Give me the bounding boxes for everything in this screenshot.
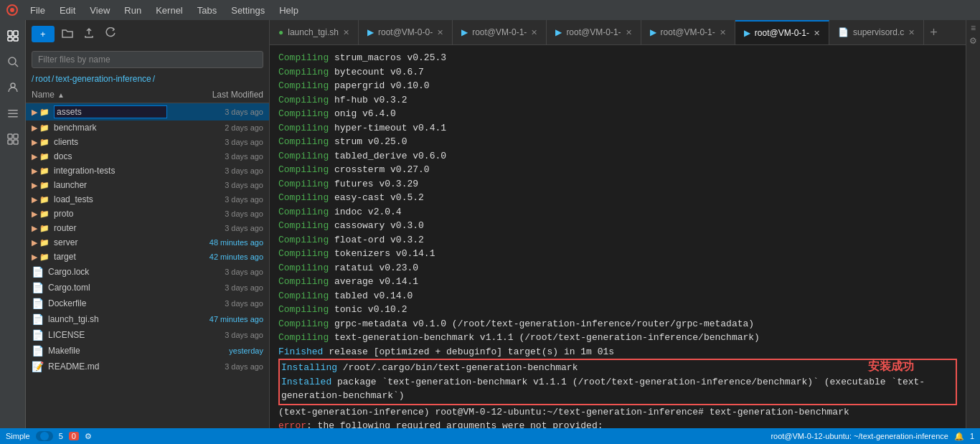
status-toggle[interactable] <box>36 431 53 441</box>
folder-icon: ▶ 📁 <box>32 252 50 262</box>
toggle-inner <box>40 432 49 440</box>
tab-close-1[interactable]: ✕ <box>437 28 443 37</box>
bell-icon[interactable]: 🔔 <box>954 432 964 441</box>
tab-launch-tgi[interactable]: ● launch_tgi.sh ✕ <box>270 20 359 45</box>
file-name-label: launch_tgi.sh <box>48 314 177 324</box>
svg-rect-14 <box>8 140 12 144</box>
list-item[interactable]: ▶ 📁docs3 days ago <box>26 149 269 164</box>
tab-close-5[interactable]: ✕ <box>814 29 820 38</box>
svg-rect-15 <box>14 140 18 144</box>
list-item[interactable]: 📄Cargo.toml3 days ago <box>26 280 269 296</box>
list-item[interactable]: ▶ 📁3 days ago <box>26 103 269 121</box>
search-input[interactable] <box>32 51 263 68</box>
settings-gear[interactable]: ⚙ <box>85 432 92 441</box>
list-item[interactable]: ▶ 📁benchmark2 days ago <box>26 121 269 135</box>
file-name-input[interactable] <box>54 105 167 118</box>
list-item[interactable]: 📄launch_tgi.sh47 minutes ago <box>26 311 269 327</box>
file-modified-label: 48 minutes ago <box>177 238 263 247</box>
activity-menu[interactable] <box>3 103 23 123</box>
list-item[interactable]: ▶ 📁clients3 days ago <box>26 135 269 149</box>
tab-close-4[interactable]: ✕ <box>720 28 726 37</box>
file-name-label: load_tests <box>54 194 177 204</box>
folder-icon: ▶ 📁 <box>32 166 50 176</box>
right-icon-2[interactable]: ⚙ <box>969 36 977 46</box>
right-icon-1[interactable]: ≡ <box>971 23 976 33</box>
menu-edit[interactable]: Edit <box>54 4 81 17</box>
list-item[interactable]: ▶ 📁server48 minutes ago <box>26 235 269 250</box>
menu-settings[interactable]: Settings <box>225 4 270 17</box>
status-right: root@VM-0-12-ubuntu: ~/text-generation-i… <box>771 432 974 441</box>
new-button[interactable]: + + <box>32 26 55 42</box>
folder-icon: ▶ 📁 <box>32 238 50 247</box>
list-item[interactable]: ▶ 📁integration-tests3 days ago <box>26 164 269 178</box>
folder-icon: ▶ 📁 <box>32 138 50 147</box>
svg-point-8 <box>11 83 15 88</box>
menu-help[interactable]: Help <box>273 4 304 17</box>
menu-file[interactable]: File <box>24 4 51 17</box>
tab-add-button[interactable]: + <box>924 20 943 45</box>
list-item[interactable]: 📝README.md3 days ago <box>26 359 269 374</box>
file-toolbar: + + <box>26 20 269 48</box>
file-name-label: Makefile <box>48 346 177 356</box>
breadcrumb-path[interactable]: text-generation-inference <box>55 74 151 84</box>
plus-icon: + <box>40 29 46 39</box>
tab-root-2[interactable]: ▶ root@VM-0-1- ✕ <box>547 20 641 45</box>
menu-view[interactable]: View <box>84 4 116 17</box>
folder-button[interactable] <box>59 24 76 44</box>
file-modified-label: 3 days ago <box>177 152 263 161</box>
tab-root-3[interactable]: ▶ root@VM-0-1- ✕ <box>641 20 735 45</box>
list-item[interactable]: ▶ 📁router3 days ago <box>26 221 269 235</box>
file-modified-label: 3 days ago <box>177 268 263 276</box>
folder-icon: ▶ 📁 <box>32 181 50 190</box>
tab-close-2[interactable]: ✕ <box>531 28 537 37</box>
file-modified-label: 3 days ago <box>177 299 263 308</box>
file-modified-label: 3 days ago <box>177 224 263 232</box>
list-item[interactable]: ▶ 📁launcher3 days ago <box>26 178 269 192</box>
list-item[interactable]: 📄Dockerfile3 days ago <box>26 296 269 311</box>
col-name-header[interactable]: Name ▲ <box>32 90 177 100</box>
svg-point-1 <box>10 8 14 12</box>
tab-root-4-active[interactable]: ▶ root@VM-0-1- ✕ <box>735 20 829 45</box>
upload-button[interactable] <box>80 24 98 44</box>
status-left: Simple 5 0 ⚙ <box>6 431 92 441</box>
file-modified-label: 3 days ago <box>177 362 263 371</box>
list-item[interactable]: ▶ 📁proto3 days ago <box>26 207 269 221</box>
list-item[interactable]: ▶ 📁target42 minutes ago <box>26 250 269 264</box>
file-name-label: Cargo.toml <box>48 283 177 293</box>
breadcrumb-root[interactable]: root <box>35 74 50 84</box>
file-modified-label: 3 days ago <box>177 195 263 204</box>
tab-supervisord[interactable]: 📄 supervisord.c ✕ <box>829 20 924 45</box>
activity-extensions[interactable] <box>3 129 23 149</box>
file-modified-label: yesterday <box>177 346 263 355</box>
file-list: ▶ 📁3 days ago▶ 📁benchmark2 days ago▶ 📁cl… <box>26 103 269 428</box>
file-name-label: proto <box>54 209 177 219</box>
menu-tabs[interactable]: Tabs <box>192 4 222 17</box>
terminal-content[interactable]: Compiling strum_macros v0.25.3 Compiling… <box>270 45 966 428</box>
list-item[interactable]: ▶ 📁load_tests3 days ago <box>26 192 269 207</box>
list-item[interactable]: 📄LICENSE3 days ago <box>26 327 269 343</box>
activity-user[interactable] <box>3 77 23 98</box>
activity-files[interactable] <box>3 26 23 46</box>
tab-close-3[interactable]: ✕ <box>626 28 632 37</box>
svg-point-6 <box>9 57 16 65</box>
list-item[interactable]: 📄Cargo.lock3 days ago <box>26 264 269 280</box>
file-name-label <box>54 105 177 118</box>
sh-icon: ● <box>278 27 283 37</box>
simple-label: Simple <box>6 432 30 440</box>
file-name-label: launcher <box>54 180 177 190</box>
file-name-label: docs <box>54 151 177 161</box>
menu-run[interactable]: Run <box>118 4 147 17</box>
menu-kernel[interactable]: Kernel <box>150 4 189 17</box>
tab-root-0[interactable]: ▶ root@VM-0-0- ✕ <box>359 20 453 45</box>
tab-root-1[interactable]: ▶ root@VM-0-1- ✕ <box>453 20 547 45</box>
tab-close-6[interactable]: ✕ <box>908 28 915 37</box>
tab-close-0[interactable]: ✕ <box>343 28 349 37</box>
folder-icon: ▶ 📁 <box>32 152 50 161</box>
file-icon: 📄 <box>32 298 44 309</box>
file-modified-label: 42 minutes ago <box>177 252 263 261</box>
list-item[interactable]: 📄Makefileyesterday <box>26 343 269 359</box>
refresh-button[interactable] <box>102 24 119 44</box>
col-modified-header[interactable]: Last Modified <box>177 90 263 100</box>
activity-search[interactable] <box>3 52 23 72</box>
file-icon: 📝 <box>32 361 44 372</box>
